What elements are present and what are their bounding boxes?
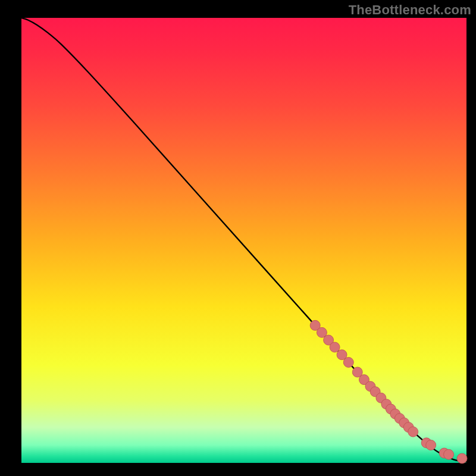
data-marker: [426, 440, 436, 450]
data-marker: [343, 357, 353, 367]
data-marker: [408, 427, 418, 437]
chart-stage: TheBottleneck.com: [0, 0, 476, 476]
data-marker: [330, 342, 340, 352]
chart-svg: [0, 0, 476, 476]
data-marker: [457, 453, 467, 464]
plot-background: [21, 18, 466, 463]
watermark-text: TheBottleneck.com: [349, 2, 471, 18]
data-marker: [444, 449, 454, 459]
